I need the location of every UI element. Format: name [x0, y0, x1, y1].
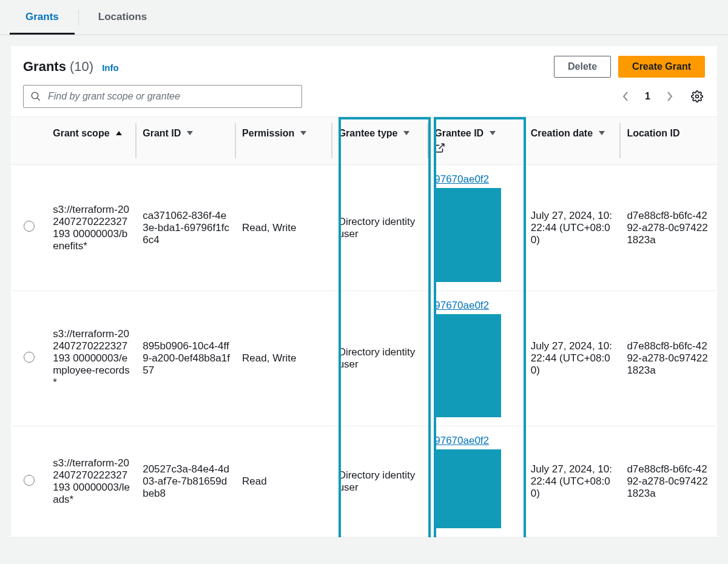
col-grant-id-label: Grant ID — [143, 128, 181, 139]
grantee-id-link[interactable]: 97670ae0f2 — [434, 173, 489, 185]
settings-button[interactable] — [689, 89, 705, 104]
cell-scope: s3://terraform-202407270222327193 000000… — [47, 165, 136, 291]
grantee-id-link[interactable]: 97670ae0f2 — [434, 300, 489, 311]
cell-permission: Read, Write — [236, 291, 332, 426]
cell-location-id: d7e88cf8-b6fc-4292-a278-0c974221823a — [621, 426, 717, 537]
page-title: Grants (10) — [23, 59, 93, 75]
col-grantee-id-label: Grantee ID — [434, 128, 484, 138]
gear-icon — [691, 90, 703, 102]
cell-grantee-type: Directory identity user — [332, 165, 429, 291]
col-creation-date-label: Creation date — [531, 128, 593, 139]
search-wrap — [23, 85, 302, 108]
col-grantee-id[interactable]: Grantee ID — [428, 117, 525, 165]
cell-grant-id: 895b0906-10c4-4ff9-a200-0ef48b8a1f57 — [136, 291, 236, 426]
cell-grant-id: 20527c3a-84e4-4d03-af7e-7b81659dbeb8 — [136, 426, 236, 537]
tabs-bar: Grants Locations — [0, 0, 728, 35]
col-location-id[interactable]: Location ID — [621, 117, 717, 165]
sort-icon — [403, 131, 410, 135]
toolbar: 1 — [11, 85, 717, 116]
table-row: s3://terraform-202407270222327193 000000… — [11, 291, 717, 426]
toolbar-right: 1 — [618, 89, 705, 104]
prev-page-button[interactable] — [618, 89, 633, 104]
cell-creation-date: July 27, 2024, 10:22:44 (UTC+08:00) — [525, 426, 621, 537]
page-number: 1 — [641, 91, 654, 102]
table-row: s3://terraform-202407270222327193 000000… — [11, 165, 717, 291]
sort-icon — [599, 131, 605, 135]
row-select-radio[interactable] — [24, 221, 35, 232]
cell-location-id: d7e88cf8-b6fc-4292-a278-0c974221823a — [621, 291, 717, 426]
grantee-id-link[interactable]: 97670ae0f2 — [434, 435, 489, 446]
create-grant-button[interactable]: Create Grant — [618, 56, 705, 78]
chevron-right-icon — [666, 91, 673, 102]
sort-icon — [187, 131, 193, 135]
row-select-radio[interactable] — [24, 352, 35, 363]
col-location-id-label: Location ID — [627, 128, 679, 139]
sort-icon — [300, 131, 306, 135]
search-input[interactable] — [23, 85, 302, 108]
cell-grantee-id: 97670ae0f2 — [428, 426, 525, 537]
svg-line-1 — [37, 98, 40, 101]
cell-scope: s3://terraform-202407270222327193 000000… — [47, 426, 136, 537]
table-row: s3://terraform-202407270222327193 000000… — [11, 426, 717, 537]
col-select — [11, 117, 47, 165]
panel-actions: Delete Create Grant — [554, 56, 705, 78]
panel-title-wrap: Grants (10) Info — [23, 59, 119, 75]
redacted-grantee-id — [434, 188, 501, 282]
panel-header: Grants (10) Info Delete Create Grant — [11, 46, 717, 85]
cell-creation-date: July 27, 2024, 10:22:44 (UTC+08:00) — [525, 165, 621, 291]
sort-icon — [490, 131, 496, 135]
next-page-button[interactable] — [662, 89, 677, 104]
cell-creation-date: July 27, 2024, 10:22:44 (UTC+08:00) — [525, 291, 621, 426]
col-permission[interactable]: Permission — [236, 117, 332, 165]
cell-grantee-id: 97670ae0f2 — [428, 291, 525, 426]
redacted-grantee-id — [434, 449, 501, 528]
col-grant-scope[interactable]: Grant scope — [47, 117, 136, 165]
cell-grantee-type: Directory identity user — [332, 426, 429, 537]
col-grantee-type[interactable]: Grantee type — [332, 117, 429, 165]
col-grant-id[interactable]: Grant ID — [136, 117, 236, 165]
external-link-icon — [434, 143, 445, 153]
info-link[interactable]: Info — [102, 62, 119, 73]
chevron-left-icon — [622, 91, 629, 102]
col-grantee-type-label: Grantee type — [339, 128, 398, 139]
cell-grantee-id: 97670ae0f2 — [428, 165, 525, 291]
sort-up-icon — [116, 131, 122, 135]
col-grant-scope-label: Grant scope — [53, 128, 109, 139]
col-permission-label: Permission — [242, 128, 294, 139]
cell-permission: Read, Write — [236, 165, 332, 291]
page-title-text: Grants — [23, 59, 66, 74]
table-wrap: Grant scope Grant ID — [11, 116, 717, 537]
redacted-grantee-id — [434, 314, 501, 417]
cell-permission: Read — [236, 426, 332, 537]
cell-grant-id: ca371062-836f-4e3e-bda1-69796f1fc6c4 — [136, 165, 236, 291]
grants-table: Grant scope Grant ID — [11, 117, 717, 537]
grants-panel: Grants (10) Info Delete Create Grant 1 — [11, 46, 717, 537]
tab-divider — [78, 10, 79, 25]
cell-location-id: d7e88cf8-b6fc-4292-a278-0c974221823a — [621, 165, 717, 291]
tab-grants[interactable]: Grants — [10, 0, 75, 35]
table-header-row: Grant scope Grant ID — [11, 117, 717, 165]
cell-scope: s3://terraform-202407270222327193 000000… — [47, 291, 136, 426]
delete-button[interactable]: Delete — [554, 56, 611, 78]
search-icon — [30, 91, 41, 102]
svg-point-0 — [32, 92, 38, 99]
col-creation-date[interactable]: Creation date — [525, 117, 621, 165]
cell-grantee-type: Directory identity user — [332, 291, 429, 426]
page-count: (10) — [70, 59, 93, 74]
svg-point-2 — [696, 95, 699, 98]
row-select-radio[interactable] — [24, 475, 35, 486]
tab-locations[interactable]: Locations — [83, 0, 163, 35]
svg-line-3 — [439, 144, 444, 149]
